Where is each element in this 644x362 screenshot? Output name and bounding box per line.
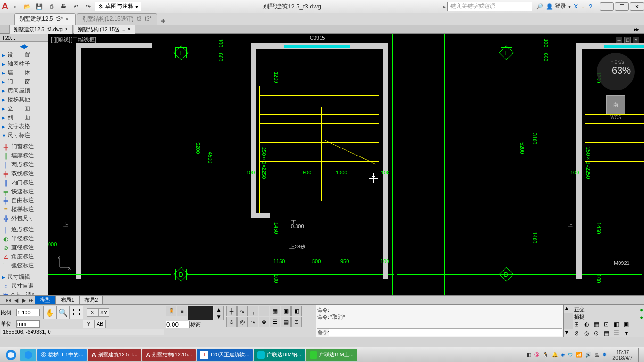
binoculars-icon[interactable]: 🔎 <box>536 3 543 10</box>
taskbar-item[interactable]: A 别墅建筑12.5_t... <box>88 349 141 361</box>
tray-icon[interactable]: 🐧 <box>542 352 549 358</box>
tree-item[interactable]: ╪自由标注 <box>0 196 48 205</box>
layout-tab[interactable]: 布局2 <box>79 296 103 304</box>
tool-icon[interactable]: ╤ <box>248 306 258 316</box>
status-tool-icon[interactable]: ▼ <box>624 330 633 338</box>
file-tab-inactive[interactable]: 别墅结构(12.15送审)_t3_t3* <box>77 13 157 25</box>
redo-icon[interactable]: ↷ <box>83 1 94 12</box>
tree-item[interactable]: ╬外包尺寸 <box>0 214 48 223</box>
status-tool-icon[interactable]: ⊙ <box>594 330 603 338</box>
close-icon[interactable]: ✕ <box>633 37 639 43</box>
status-tool-icon[interactable]: ⊗ <box>574 330 584 338</box>
layout-tab[interactable]: 布局1 <box>56 296 79 304</box>
open-icon[interactable]: 📂 <box>21 1 33 12</box>
viewport-label[interactable]: [-][俯视][二维线框] <box>51 36 96 44</box>
minimize-icon[interactable]: ─ <box>616 37 622 43</box>
tabs-overflow-icon[interactable]: ▸▸ <box>629 26 644 33</box>
close-icon[interactable]: ✕ <box>127 27 131 32</box>
workspace-selector[interactable]: ⚙ 草图与注释 ▾ <box>95 2 141 11</box>
tree-item[interactable]: ▶立 面 <box>0 104 48 113</box>
tool-icon[interactable]: ◎ <box>237 317 248 327</box>
a360-icon[interactable]: ⛉ <box>580 3 586 10</box>
tree-item[interactable]: ↕尺寸自调 <box>0 281 48 290</box>
down-spinner[interactable]: ▼ <box>214 313 224 320</box>
tool-icon[interactable]: ⊗ <box>259 317 269 327</box>
tray-icon[interactable]: 🖶 <box>594 352 600 358</box>
up-spinner[interactable]: ▲ <box>214 306 224 313</box>
tray-icon[interactable]: ◧ <box>527 352 531 358</box>
tool-icon[interactable]: ∿ <box>248 317 258 327</box>
tree-item[interactable]: ╫墙厚标注 <box>0 151 48 160</box>
tool-icon[interactable]: ☰ <box>270 317 280 327</box>
layout-nav-prev-icon[interactable]: ◀ <box>12 297 20 304</box>
status-tool-icon[interactable]: ▤ <box>604 330 613 338</box>
tool-icon[interactable]: ▤ <box>281 317 291 327</box>
autocad-logo-icon[interactable]: A <box>2 1 8 11</box>
layout-nav-next-icon[interactable]: ▶ <box>20 297 27 304</box>
x-coord-icon[interactable]: X <box>87 308 98 317</box>
taskbar-item[interactable]: 广联达BIM钢... <box>254 349 305 361</box>
tray-icon[interactable]: ◈ <box>561 352 565 358</box>
tree-item[interactable]: ╪双线标注 <box>0 169 48 178</box>
tray-icon[interactable]: 🔊 <box>585 352 592 358</box>
ortho-toggle-icon[interactable]: ● <box>640 307 643 313</box>
tray-icon[interactable]: 🛡 <box>568 352 573 358</box>
status-tool-icon[interactable]: ◧ <box>614 321 623 329</box>
taskbar-item[interactable]: A 别墅结构(12.15... <box>142 349 196 361</box>
tool-icon[interactable]: ⊥ <box>259 306 269 316</box>
status-tool-icon[interactable]: ▣ <box>624 321 633 329</box>
minimize-button[interactable]: ─ <box>600 2 614 11</box>
tree-item[interactable]: ◐半径标注 <box>0 234 48 243</box>
status-tool-icon[interactable]: ⊞ <box>574 321 584 329</box>
status-tool-icon[interactable]: ☰ <box>614 330 623 338</box>
tree-item[interactable]: ⊘直径标注 <box>0 243 48 252</box>
zoom-window-icon[interactable]: 🔍 <box>57 306 70 319</box>
help-icon[interactable]: ? <box>589 3 592 10</box>
doc-tab[interactable]: 别墅结构 (12.15送 ... ✕ <box>74 25 135 34</box>
layout-nav-last-icon[interactable]: ⏭ <box>27 297 35 304</box>
cmd-scroll-up-icon[interactable]: ▲ <box>564 305 573 313</box>
maximize-icon[interactable]: ☐ <box>624 37 631 43</box>
close-icon[interactable]: ✕ <box>65 16 71 22</box>
file-tab-active[interactable]: 别墅建筑12.5_t3* ✕ <box>14 13 76 25</box>
tree-item[interactable]: ▶尺寸编辑 <box>0 272 48 281</box>
tool-icon[interactable]: ∿ <box>237 306 248 316</box>
scale-input[interactable] <box>16 309 40 316</box>
tree-item[interactable]: ▶剖 面 <box>0 113 48 122</box>
panel-nav-icon[interactable]: ◀▶ <box>0 42 48 50</box>
tool-icon[interactable]: ▣ <box>281 306 291 316</box>
taskbar-item[interactable]: 广联达BIM土... <box>306 349 357 361</box>
tree-item[interactable]: ▶楼梯其他 <box>0 95 48 104</box>
infocenter-search-input[interactable]: 键入关键字或短语 <box>447 2 532 11</box>
taskbar-item[interactable]: ⓔ 楼梯LT-1中的... <box>37 349 87 361</box>
tray-icon[interactable]: 🔔 <box>552 352 558 358</box>
new-icon[interactable]: ▫ <box>9 1 20 12</box>
new-tab-button[interactable]: ✚ <box>158 18 168 25</box>
tray-icon[interactable]: 📶 <box>576 352 582 358</box>
command-input[interactable] <box>329 329 562 336</box>
maximize-button[interactable]: ☐ <box>615 2 629 11</box>
taskbar-item[interactable]: T T20天正建筑软... <box>197 349 253 361</box>
login-button[interactable]: 👤 登录 ▾ <box>546 2 571 10</box>
person-icon[interactable]: 🧍 <box>166 306 176 316</box>
xy-coord-icon[interactable]: XY <box>98 308 109 317</box>
tool-icon[interactable]: ◧ <box>291 306 302 316</box>
y-coord-icon[interactable]: Y <box>83 320 94 328</box>
tree-item[interactable]: ▶墙 体 <box>0 68 48 77</box>
tree-item[interactable]: ▶轴网柱子 <box>0 59 48 68</box>
saveas-icon[interactable]: ⎙ <box>46 1 57 12</box>
tool-icon[interactable]: ⊙ <box>226 317 237 327</box>
unit-input[interactable] <box>16 320 40 328</box>
tree-item[interactable]: ┼两点标注 <box>0 160 48 169</box>
tray-icon[interactable]: Ⓖ <box>534 351 539 358</box>
undo-icon[interactable]: ↶ <box>70 1 82 12</box>
tool-icon[interactable]: ┼ <box>226 306 237 316</box>
taskbar-pinned-icon[interactable] <box>20 349 36 361</box>
tree-item[interactable]: ╫门窗标注 <box>0 142 48 151</box>
elev-input[interactable] <box>166 321 190 328</box>
tree-item[interactable]: ╟内门标注 <box>0 178 48 187</box>
tree-item[interactable]: ↹o上 调o <box>0 290 48 295</box>
close-button[interactable]: ✕ <box>630 2 644 11</box>
tree-item[interactable]: ∠角度标注 <box>0 252 48 261</box>
tool-icon[interactable]: ⊡ <box>291 317 302 327</box>
